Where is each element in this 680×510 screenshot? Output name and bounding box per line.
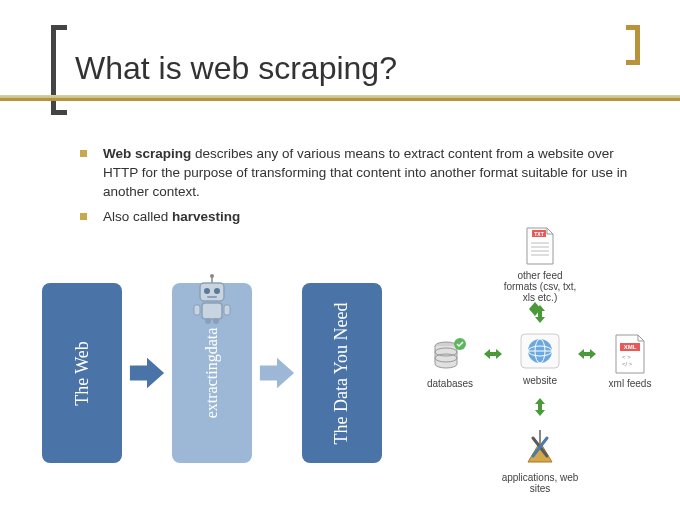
node-label: databases <box>410 378 490 389</box>
robot-icon <box>190 273 234 325</box>
bidirectional-arrow-vertical-icon <box>529 393 551 421</box>
bullet-item: Also called harvesting <box>80 208 640 227</box>
bold-term: Web scraping <box>103 146 191 161</box>
svg-rect-6 <box>202 303 222 319</box>
svg-point-4 <box>214 288 220 294</box>
database-icon <box>410 333 490 375</box>
node-label: other feed formats (csv, txt, xls etc.) <box>500 270 580 303</box>
xml-document-icon: XML < > </ > <box>590 333 670 375</box>
bullet-square-icon <box>80 150 87 157</box>
flow-diagram: The Web extractingdata The Data You <box>42 278 382 468</box>
svg-text:TXT: TXT <box>534 231 543 237</box>
svg-rect-8 <box>224 305 230 315</box>
svg-rect-2 <box>200 283 224 301</box>
flow-box-web: The Web <box>42 283 122 463</box>
bullet-list: Web scraping describes any of various me… <box>80 145 640 233</box>
slide-title: What is web scraping? <box>75 50 650 87</box>
svg-point-10 <box>213 318 219 324</box>
svg-text:XML: XML <box>624 344 637 350</box>
document-icon: TXT <box>500 225 580 267</box>
bidirectional-arrow-horizontal-icon <box>479 343 507 365</box>
bidirectional-arrow-horizontal-icon <box>573 343 601 365</box>
sources-diagram: TXT other feed formats (csv, txt, xls et… <box>415 225 665 485</box>
bidirectional-arrow-vertical-icon <box>529 300 551 328</box>
tools-icon <box>493 427 587 469</box>
svg-text:< >: < > <box>622 354 631 360</box>
globe-icon <box>500 330 580 372</box>
bullet-text: Web scraping describes any of various me… <box>103 145 640 202</box>
flow-box-extracting: extractingdata <box>172 283 252 463</box>
bold-term: harvesting <box>172 209 240 224</box>
svg-text:</ >: </ > <box>622 361 633 367</box>
node-website: website <box>500 330 580 386</box>
svg-rect-5 <box>207 296 217 298</box>
node-label: xml feeds <box>590 378 670 389</box>
bullet-lead: Also called <box>103 209 172 224</box>
flow-label: extractingdata <box>203 328 221 419</box>
flow-label: The Web <box>71 341 92 406</box>
bracket-left-decoration <box>51 25 67 115</box>
bracket-right-decoration <box>626 25 640 65</box>
node-databases: databases <box>410 333 490 389</box>
node-applications: applications, web sites <box>493 427 587 494</box>
node-label: website <box>500 375 580 386</box>
node-feed-formats: TXT other feed formats (csv, txt, xls et… <box>500 225 580 303</box>
flow-box-data: The Data You Need <box>302 283 382 463</box>
svg-rect-7 <box>194 305 200 315</box>
bullet-item: Web scraping describes any of various me… <box>80 145 640 202</box>
bullet-text: Also called harvesting <box>103 208 640 227</box>
node-label: applications, web sites <box>493 472 587 494</box>
arrow-right-icon <box>128 353 166 393</box>
arrow-right-icon <box>258 353 296 393</box>
title-area: What is web scraping? <box>55 30 650 87</box>
node-xml-feeds: XML < > </ > xml feeds <box>590 333 670 389</box>
svg-point-3 <box>204 288 210 294</box>
flow-label: The Data You Need <box>332 302 353 444</box>
svg-point-9 <box>205 318 211 324</box>
bullet-square-icon <box>80 213 87 220</box>
divider-stripe <box>0 95 680 101</box>
